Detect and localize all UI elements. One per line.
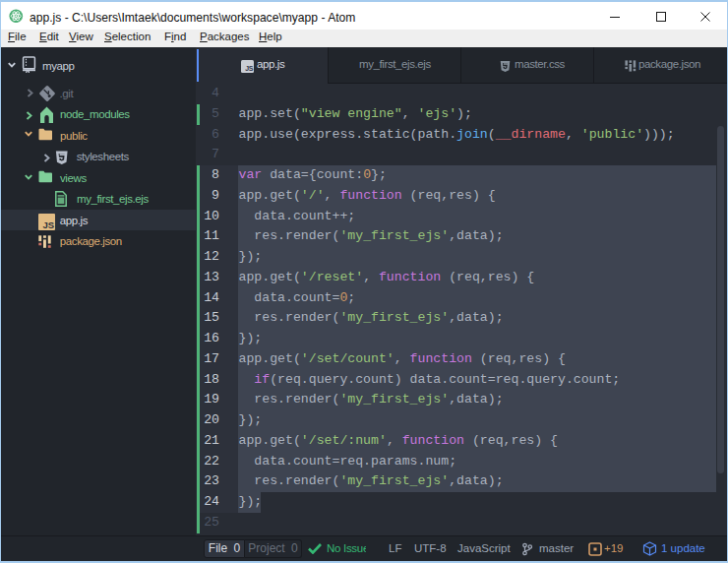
svg-text:JS: JS [245, 65, 253, 72]
svg-text:JS: JS [42, 219, 54, 230]
